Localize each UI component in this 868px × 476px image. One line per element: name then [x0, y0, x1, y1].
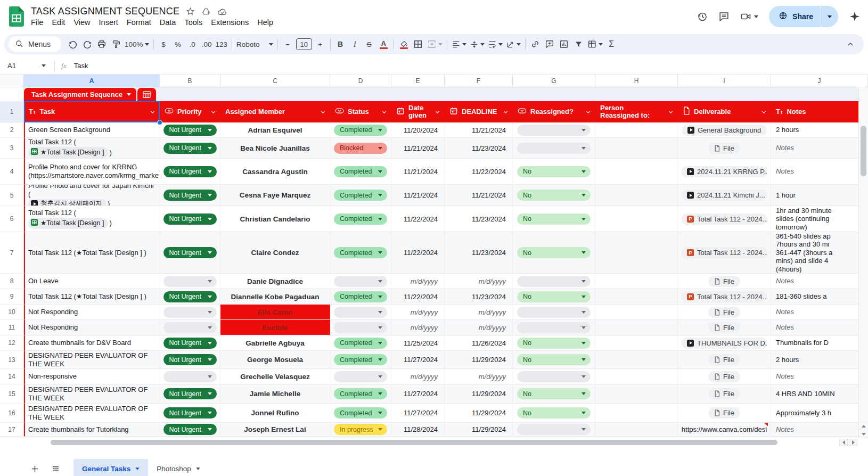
reassigned-dropdown[interactable]: No [517, 291, 591, 302]
menu-extensions[interactable]: Extensions [207, 18, 253, 27]
menu-data[interactable]: Data [155, 18, 181, 27]
reassigned-dropdown[interactable]: No [517, 190, 591, 201]
priority-dropdown[interactable]: Not Urgent [163, 407, 217, 418]
selection-fill-handle[interactable] [157, 120, 162, 125]
cell-task[interactable]: DESIGNATED PEER EVALUATOR OF THE WEEK [24, 384, 160, 404]
cell-assigned-member[interactable]: Euclide [220, 320, 330, 335]
column-header-J[interactable]: J [771, 75, 868, 87]
cell-deliverable[interactable]: PTotal Task 112 - 2024... [678, 289, 771, 305]
deliverable-chip[interactable]: File [708, 322, 740, 333]
row-header-17[interactable]: 17 [0, 423, 24, 437]
cell-notes[interactable]: Notes [771, 320, 868, 335]
cell-deliverable[interactable]: File [678, 384, 771, 404]
star-icon[interactable] [186, 7, 195, 16]
chevron-down-icon[interactable] [760, 109, 767, 116]
zoom-select[interactable]: 100% [123, 37, 151, 52]
priority-dropdown[interactable]: Not Urgent [163, 214, 217, 225]
cell-reassigned[interactable]: No [513, 404, 595, 423]
cell-priority[interactable]: Not Urgent [160, 159, 220, 185]
priority-dropdown[interactable]: Not Urgent [163, 388, 217, 399]
priority-dropdown[interactable] [163, 276, 217, 287]
insert-chart-button[interactable] [557, 37, 571, 52]
table-header-person-reassigned-to[interactable]: Person Reassigned to: [595, 101, 678, 122]
vertical-scrollbar[interactable] [858, 87, 868, 438]
cell-task[interactable]: Green Screen Background [24, 122, 160, 138]
deliverable-chip[interactable]: File [708, 371, 740, 382]
chevron-down-icon[interactable] [667, 109, 674, 116]
cell-assigned-member[interactable]: Cesna Faye Marquez [220, 185, 330, 206]
cell-assigned-member[interactable]: Adrian Esquivel [220, 122, 330, 138]
print-button[interactable] [94, 37, 109, 52]
column-header-F[interactable]: F [445, 75, 513, 87]
deliverable-chip[interactable]: File [708, 407, 740, 418]
cell-notes[interactable]: Notes [771, 159, 868, 185]
row-header-9[interactable]: 9 [0, 289, 24, 305]
cell-notes[interactable]: 1hr and 30 minute slides (continuing tom… [771, 206, 868, 232]
row-header-4[interactable]: 4 [0, 159, 24, 185]
decrease-font-size-button[interactable]: − [281, 37, 295, 52]
font-select[interactable]: Roboto [235, 37, 275, 52]
cell-deadline[interactable]: m/d/yyyy [445, 274, 513, 289]
chevron-down-icon[interactable] [434, 109, 441, 116]
document-title[interactable]: TASK ASSIGNMENT SEQUENCE [31, 6, 179, 17]
row-header-2[interactable]: 2 [0, 122, 24, 138]
cell-task[interactable]: On Leave [24, 274, 160, 289]
menus-search[interactable]: Menus [9, 36, 61, 52]
row-header-1[interactable]: 1 [0, 101, 24, 122]
priority-dropdown[interactable]: Not Urgent [163, 143, 217, 154]
cell-date-given[interactable]: 11/22/2024 [391, 206, 445, 232]
cell-person-reassigned[interactable] [595, 423, 678, 437]
chevron-down-icon[interactable] [320, 109, 326, 116]
cell-assigned-member[interactable]: Joseph Ernest Lai [220, 423, 330, 437]
format-percent-button[interactable]: % [171, 37, 185, 52]
cell-priority[interactable] [160, 369, 220, 384]
cell-deadline[interactable]: m/d/yyyy [445, 320, 513, 335]
format-currency-button[interactable]: $ [157, 37, 171, 52]
cell-notes[interactable]: 2 hours [771, 122, 868, 138]
chevron-down-icon[interactable] [210, 109, 217, 116]
cell-date-given[interactable]: 11/22/2024 [391, 232, 445, 274]
cell-status[interactable] [330, 305, 391, 320]
status-dropdown[interactable]: Completed [334, 338, 387, 349]
priority-dropdown[interactable]: Not Urgent [163, 424, 217, 435]
horizontal-scrollbar-thumb[interactable] [51, 440, 777, 445]
priority-dropdown[interactable]: Not Urgent [163, 125, 217, 136]
cell-task[interactable]: Total Task 112 (★Total Task [Design ] ) [24, 289, 160, 305]
borders-button[interactable] [411, 37, 425, 52]
reassigned-dropdown[interactable]: No [517, 354, 591, 365]
cell-priority[interactable]: Not Urgent [160, 138, 220, 159]
scroll-down-button[interactable] [859, 430, 868, 438]
cell-person-reassigned[interactable] [595, 289, 678, 305]
table-header-notes[interactable]: TTNotes [771, 101, 868, 122]
status-dropdown[interactable]: In progress [334, 424, 387, 435]
cell-deadline[interactable]: 11/29/2024 [445, 423, 513, 437]
cell-assigned-member[interactable]: Danie Dignadice [220, 274, 330, 289]
column-header-C[interactable]: C [220, 75, 330, 87]
cell-reassigned[interactable]: No [513, 384, 595, 404]
table-header-reassigned[interactable]: Reassigned? [513, 101, 595, 122]
cell-priority[interactable]: Not Urgent [160, 335, 220, 351]
status-dropdown[interactable] [334, 371, 387, 382]
cell-person-reassigned[interactable] [595, 232, 678, 274]
column-header-A[interactable]: A [24, 75, 160, 87]
cell-reassigned[interactable]: No [513, 206, 595, 232]
cell-task[interactable]: Not Responding [24, 320, 160, 335]
deliverable-chip[interactable]: PTotal Task 112 - 2024... [681, 291, 767, 302]
reassigned-dropdown[interactable] [517, 322, 591, 333]
status-dropdown[interactable]: Completed [334, 247, 387, 258]
cell-priority[interactable]: Not Urgent [160, 423, 220, 437]
share-dropdown[interactable] [821, 6, 838, 27]
cell-assigned-member[interactable]: Christian Candelario [220, 206, 330, 232]
cell-notes[interactable]: 1 hour [771, 185, 868, 206]
row-header-15[interactable]: 15 [0, 384, 24, 404]
horizontal-scrollbar[interactable] [0, 438, 868, 446]
deliverable-chip[interactable]: File [708, 307, 740, 318]
menu-help[interactable]: Help [253, 18, 277, 27]
row-header-10[interactable]: 10 [0, 305, 24, 320]
cell-task[interactable]: Create thumbnails for Tutorklang [24, 423, 160, 437]
reassigned-dropdown[interactable] [517, 125, 591, 136]
all-sheets-button[interactable] [45, 459, 66, 476]
deliverable-chip[interactable]: PTotal Task 112 - 2024... [681, 247, 767, 258]
merge-cells-button[interactable] [425, 37, 444, 52]
cell-deadline[interactable]: 11/23/2024 [445, 206, 513, 232]
